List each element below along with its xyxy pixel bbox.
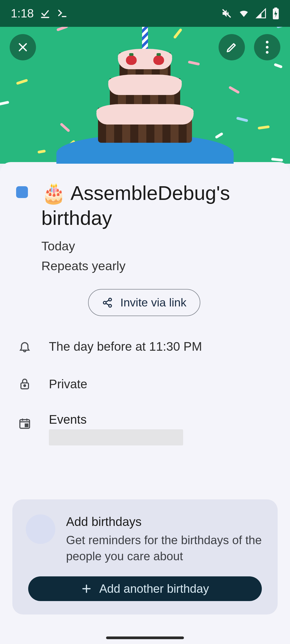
invite-via-link-button[interactable]: Invite via link <box>88 289 200 316</box>
mute-icon <box>221 8 232 19</box>
promo-subtitle: Get reminders for the birthdays of the p… <box>66 532 264 564</box>
svg-rect-4 <box>274 8 277 9</box>
reminder-text: The day before at 11:30 PM <box>49 339 202 354</box>
wifi-icon <box>238 8 250 19</box>
promo-title: Add birthdays <box>66 514 264 529</box>
event-recurrence: Repeats yearly <box>41 257 274 275</box>
visibility-row[interactable]: Private <box>0 377 290 391</box>
bell-icon <box>17 340 32 353</box>
event-date: Today <box>41 237 274 255</box>
lock-icon <box>17 378 32 390</box>
add-birthday-label: Add another birthday <box>99 582 209 595</box>
battery-charging-icon <box>272 8 279 19</box>
svg-point-14 <box>24 385 26 386</box>
visibility-text: Private <box>49 377 87 391</box>
svg-point-8 <box>109 298 111 301</box>
cake-emoji: 🎂 <box>41 182 66 204</box>
svg-line-12 <box>106 303 109 305</box>
event-color-chip[interactable] <box>16 186 28 198</box>
terminal-icon <box>56 8 68 19</box>
share-icon <box>102 297 113 308</box>
status-time: 1:18 <box>11 7 34 20</box>
signal-icon <box>256 8 266 19</box>
overflow-menu-button[interactable] <box>254 34 280 60</box>
plus-icon <box>81 583 92 594</box>
download-done-icon <box>40 8 50 19</box>
svg-rect-19 <box>25 424 28 427</box>
invite-label: Invite via link <box>120 296 186 309</box>
calendar-name: Events <box>49 412 183 427</box>
add-another-birthday-button[interactable]: Add another birthday <box>28 576 262 601</box>
svg-point-9 <box>103 301 106 304</box>
edit-button[interactable] <box>219 34 245 60</box>
reminder-row[interactable]: The day before at 11:30 PM <box>0 339 290 354</box>
cake-icon: 🎂 <box>26 514 55 544</box>
calendar-icon <box>17 417 32 430</box>
close-button[interactable] <box>10 34 36 60</box>
svg-point-10 <box>109 304 111 307</box>
calendar-owner-redacted <box>49 429 183 445</box>
more-vert-icon <box>266 41 269 54</box>
status-bar: 1:18 <box>0 0 290 27</box>
svg-line-11 <box>106 300 109 302</box>
event-title: 🎂 AssembleDebug's birthday <box>41 181 274 230</box>
add-birthdays-card: 🎂 Add birthdays Get reminders for the bi… <box>12 499 278 614</box>
calendar-row[interactable]: Events <box>0 412 290 445</box>
home-indicator[interactable] <box>106 636 184 639</box>
event-sheet: 🎂 AssembleDebug's birthday Today Repeats… <box>0 162 290 644</box>
